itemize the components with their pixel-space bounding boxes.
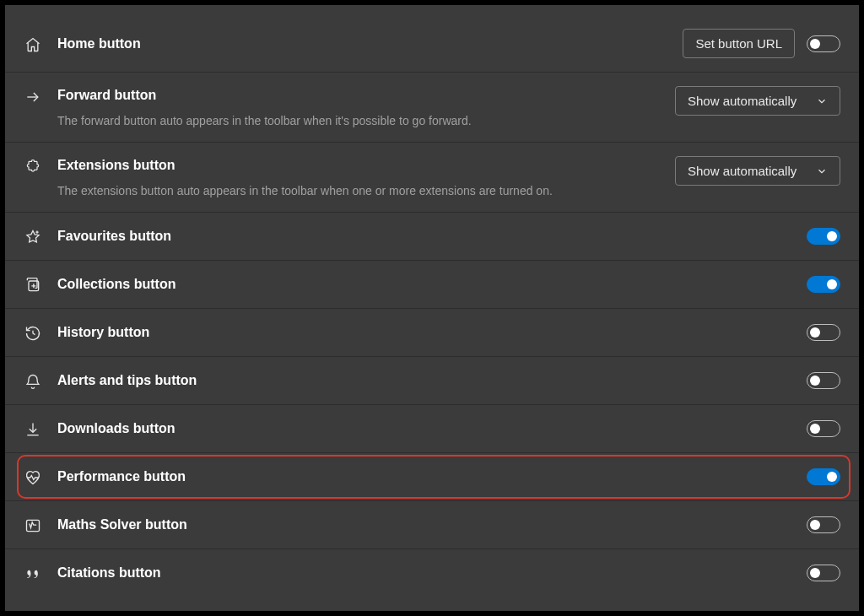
row-title: Maths Solver button (57, 516, 793, 534)
row-title: History button (57, 323, 793, 342)
row-title: Favourites button (57, 227, 793, 246)
set-button-url-button[interactable]: Set button URL (683, 29, 795, 58)
row-home: Home button Set button URL (5, 15, 859, 73)
row-title: Forward button (57, 86, 662, 105)
chevron-down-icon (816, 95, 828, 107)
download-icon (24, 420, 42, 439)
svg-rect-1 (27, 520, 40, 531)
forward-arrow-icon (24, 88, 42, 106)
row-desc: The extensions button auto appears in th… (57, 183, 662, 198)
row-title: Collections button (57, 275, 793, 294)
row-alerts: Alerts and tips button (5, 357, 859, 405)
dropdown-label: Show automatically (688, 94, 796, 108)
row-title: Performance button (57, 467, 793, 486)
favourites-toggle[interactable] (807, 228, 840, 245)
row-title: Extensions button (57, 156, 662, 175)
chevron-down-icon (816, 165, 828, 177)
history-toggle[interactable] (807, 324, 840, 341)
collections-toggle[interactable] (807, 276, 840, 293)
row-title: Alerts and tips button (57, 371, 793, 390)
bell-icon (24, 372, 42, 391)
row-title: Citations button (57, 564, 793, 582)
performance-toggle[interactable] (807, 468, 840, 485)
citations-toggle[interactable] (807, 565, 840, 581)
history-icon (24, 324, 42, 343)
home-toggle[interactable] (807, 35, 840, 52)
alerts-toggle[interactable] (807, 372, 840, 389)
math-icon (24, 516, 42, 535)
row-history: History button (5, 309, 859, 357)
row-citations: Citations button (5, 549, 859, 597)
row-title: Downloads button (57, 419, 793, 438)
downloads-toggle[interactable] (807, 420, 840, 437)
row-title: Home button (57, 35, 669, 53)
row-performance: Performance button (5, 453, 859, 501)
dropdown-label: Show automatically (688, 164, 796, 178)
quote-icon (24, 565, 42, 583)
forward-dropdown[interactable]: Show automatically (675, 86, 840, 116)
maths-toggle[interactable] (807, 516, 840, 533)
row-favourites: Favourites button (5, 213, 859, 261)
heartbeat-icon (24, 468, 42, 487)
star-icon (24, 228, 42, 246)
row-maths: Maths Solver button (5, 501, 859, 549)
row-extensions: Extensions button The extensions button … (5, 143, 859, 213)
extensions-dropdown[interactable]: Show automatically (675, 156, 840, 186)
row-downloads: Downloads button (5, 405, 859, 453)
row-desc: The forward button auto appears in the t… (57, 113, 662, 128)
collections-icon (24, 276, 42, 294)
row-forward: Forward button The forward button auto a… (5, 73, 859, 143)
puzzle-icon (24, 158, 42, 176)
home-icon (24, 35, 42, 54)
row-collections: Collections button (5, 261, 859, 309)
settings-panel: Home button Set button URL Forward butto… (5, 5, 859, 611)
